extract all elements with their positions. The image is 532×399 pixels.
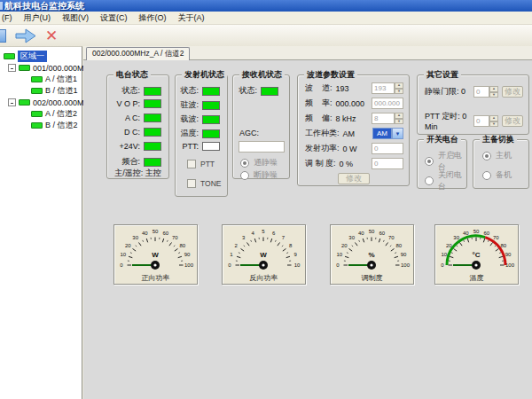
status-indicator — [202, 87, 220, 96]
power-off-radio[interactable] — [425, 176, 434, 185]
svg-text:100: 100 — [505, 262, 515, 268]
frequency-field[interactable]: 000.000 — [372, 98, 403, 109]
modify-button[interactable]: 修改 — [502, 115, 523, 127]
offset-field[interactable]: 8 — [372, 113, 395, 124]
svg-text:30: 30 — [348, 235, 355, 240]
modulation-label: 调 制 度: — [305, 158, 336, 169]
svg-text:2: 2 — [235, 243, 239, 248]
modulation-value: 0 % — [340, 160, 354, 168]
tree-node-ch2a[interactable]: A / 信道2 — [0, 108, 82, 120]
tree-panel: 区域一 001/000.000MHz A / 信道1 B / 信道1 002/0… — [0, 46, 82, 399]
agc-field[interactable] — [239, 141, 285, 153]
tree-node-freq1[interactable]: 001/000.000MHz — [0, 62, 82, 74]
tx-power-field[interactable]: 0 — [372, 143, 403, 154]
tree-node-ch1a[interactable]: A / 信道1 — [0, 74, 82, 85]
svg-text:3: 3 — [242, 235, 246, 240]
collapse-icon[interactable] — [8, 64, 16, 72]
group-power-switch: 开关电台 开启电台 关闭电台 — [417, 139, 467, 189]
backup-unit-radio[interactable] — [482, 171, 491, 180]
clipped-toolbar-icon[interactable] — [0, 29, 6, 43]
svg-text:7: 7 — [282, 235, 286, 240]
status-label: +24V: — [120, 142, 140, 151]
svg-text:10: 10 — [442, 252, 448, 257]
modulation-field[interactable]: 0 — [372, 158, 403, 169]
menu-item-settings[interactable]: 设置(C) — [100, 12, 128, 24]
squelch-off-label: 断静噪 — [254, 169, 278, 181]
gauge-dial: 012345678910W — [223, 225, 305, 277]
svg-text:70: 70 — [493, 235, 499, 240]
channel-value: 193 — [336, 84, 349, 93]
status-indicator — [202, 101, 220, 110]
squelch-threshold-spinner[interactable]: ▲▼ — [489, 86, 498, 98]
squelch-on-radio[interactable] — [240, 159, 249, 168]
collapse-icon[interactable] — [8, 98, 16, 106]
tone-checkbox-label: TONE — [200, 179, 221, 188]
gauge-label: 反向功率 — [223, 273, 305, 283]
squelch-threshold-field[interactable]: 0 — [473, 86, 489, 98]
svg-text:8: 8 — [289, 243, 293, 248]
tx-power-value: 0 W — [343, 145, 357, 153]
svg-text:9: 9 — [293, 252, 297, 257]
chevron-down-icon[interactable]: ▼ — [392, 128, 403, 139]
clipped-title-glyph — [0, 2, 3, 10]
mode-combobox[interactable]: AM ▼ — [372, 128, 403, 139]
ptt-timer-spinner[interactable]: ▲▼ — [489, 115, 498, 127]
forward-arrow-icon[interactable] — [15, 28, 36, 43]
group-title: 发射机状态 — [182, 70, 227, 80]
temperature-gauge: 0102030405060708090100°C 温度 — [434, 224, 519, 285]
channel-spinner[interactable]: ▲▼ — [395, 82, 403, 94]
menu-item-about[interactable]: 关于(A) — [178, 12, 205, 24]
tone-checkbox[interactable] — [187, 179, 196, 188]
menu-item-user[interactable]: 用户(U) — [24, 12, 51, 24]
svg-text:4: 4 — [252, 231, 255, 236]
svg-text:30: 30 — [132, 235, 138, 240]
gauge-dial: 0102030405060708090100W — [114, 225, 197, 277]
tree-node-ch2b[interactable]: B / 信道2 — [0, 120, 82, 131]
node-icon — [19, 65, 30, 71]
status-label: 状态: — [180, 85, 199, 97]
svg-text:40: 40 — [142, 231, 148, 236]
svg-text:20: 20 — [125, 243, 131, 248]
menu-item-operate[interactable]: 操作(O) — [139, 12, 167, 24]
squelch-on-label: 通静噪 — [254, 157, 278, 168]
mode-combo-selected: AM — [372, 128, 392, 139]
svg-text:80: 80 — [500, 243, 506, 248]
tab-channel[interactable]: 002/000.000MHz_A / 信道2 — [86, 47, 190, 60]
menu-item-view[interactable]: 视图(V) — [62, 12, 89, 24]
group-title: 接收机状态 — [239, 70, 285, 80]
title-bar: 航科技电台监控系统 — [0, 0, 532, 12]
status-indicator — [261, 87, 278, 96]
tree-node-region[interactable]: 区域一 — [0, 51, 82, 62]
modify-button[interactable]: 修改 — [338, 173, 370, 184]
tree-node-ch1b[interactable]: B / 信道1 — [0, 85, 82, 97]
node-icon — [31, 88, 43, 94]
group-main-backup: 主备切换 主机 备机 — [473, 139, 529, 189]
svg-text:90: 90 — [401, 252, 407, 257]
reverse-power-gauge: 012345678910W 反向功率 — [222, 224, 306, 285]
svg-text:10: 10 — [121, 252, 127, 257]
status-indicator — [144, 158, 161, 167]
group-title: 波道参数设置 — [304, 70, 357, 80]
ptt-timer-field[interactable]: 0 — [473, 115, 489, 127]
power-on-radio[interactable] — [425, 157, 434, 166]
offset-value: 8 kHz — [336, 114, 356, 123]
backup-unit-label: 备机 — [496, 169, 512, 181]
menu-item-file[interactable]: (F) — [2, 13, 12, 22]
status-indicator — [144, 128, 161, 137]
channel-field[interactable]: 193 — [372, 82, 395, 94]
close-x-icon[interactable]: ✕ — [45, 28, 58, 43]
app-window: 航科技电台监控系统 (F) 用户(U) 视图(V) 设置(C) 操作(O) 关于… — [0, 0, 532, 399]
tx-power-label: 发射功率: — [305, 143, 340, 154]
squelch-off-radio[interactable] — [240, 171, 249, 180]
svg-text:40: 40 — [358, 231, 364, 236]
svg-text:20: 20 — [341, 243, 348, 248]
tree-node-freq2[interactable]: 002/000.000MHz — [0, 97, 82, 108]
ptt-checkbox[interactable] — [187, 160, 196, 168]
gauge-dial: 0102030405060708090100°C — [435, 225, 518, 277]
toolbar: ✕ — [0, 25, 532, 46]
group-title: 电台状态 — [113, 70, 151, 80]
main-unit-radio[interactable] — [482, 152, 491, 160]
modify-button[interactable]: 修改 — [502, 86, 523, 98]
status-label: 温度: — [180, 128, 199, 139]
offset-spinner[interactable]: ▲▼ — [395, 113, 403, 124]
